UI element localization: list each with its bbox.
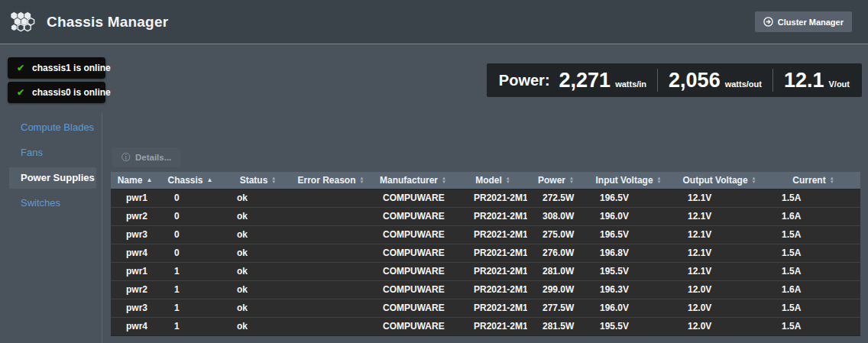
table-row[interactable]: pwr20okCOMPUWAREPR2021-2M11308.0W196.0V1… xyxy=(111,207,860,225)
table-row[interactable]: pwr41okCOMPUWAREPR2021-2M11281.5W195.5V1… xyxy=(111,317,860,335)
table-cell: COMPUWARE xyxy=(368,262,458,280)
table-body: pwr10okCOMPUWAREPR2021-2M11272.5W196.5V1… xyxy=(111,189,860,335)
table-cell: 1.6A xyxy=(766,280,860,299)
table-row[interactable]: pwr30okCOMPUWAREPR2021-2M11275.0W196.5V1… xyxy=(111,225,860,244)
table-cell: 195.5V xyxy=(585,262,672,280)
sort-icon: ▲▼ xyxy=(830,176,834,183)
chassis-manager-app: Chassis Manager Cluster Manager ✔ chassi… xyxy=(0,0,868,343)
cluster-manager-button[interactable]: Cluster Manager xyxy=(755,11,852,32)
table-cell: 281.5W xyxy=(527,317,585,335)
column-label: Current xyxy=(792,175,825,186)
table-cell: 0 xyxy=(159,207,222,225)
column-label: Name xyxy=(118,175,143,186)
sidebar-item-label: Compute Blades xyxy=(21,121,94,133)
column-header[interactable]: Name ▲ xyxy=(111,172,159,189)
main-panel: ⓘ Details... Name ▲ Chassis ▲ Status ▲▼ xyxy=(102,44,868,343)
table-row[interactable]: pwr31okCOMPUWAREPR2021-2M11277.5W196.0V1… xyxy=(111,299,860,317)
column-label: Power xyxy=(538,175,565,186)
column-header[interactable]: Output Voltage ▲▼ xyxy=(672,172,766,189)
table-cell: pwr1 xyxy=(111,262,159,280)
table-cell: COMPUWARE xyxy=(368,244,458,262)
column-header[interactable]: Power ▲▼ xyxy=(527,172,585,189)
table-cell xyxy=(294,262,368,280)
table-cell: 1.5A xyxy=(766,262,860,280)
sidebar-item-fans[interactable]: Fans xyxy=(9,142,96,163)
table-cell: 1 xyxy=(159,280,222,299)
table-cell: pwr4 xyxy=(111,244,159,262)
column-header[interactable]: Model ▲▼ xyxy=(458,172,527,189)
table-cell: ok xyxy=(222,189,294,207)
column-label: Model xyxy=(475,175,502,186)
table-cell: 277.5W xyxy=(527,299,585,317)
toast-message: chassis0 is online xyxy=(32,87,111,98)
table-cell: 12.1V xyxy=(672,225,766,244)
table-cell: pwr3 xyxy=(111,225,159,244)
sidebar-item-label: Switches xyxy=(21,197,60,209)
sidebar-item-switches[interactable]: Switches xyxy=(9,193,96,214)
table-cell: 0 xyxy=(159,189,222,207)
sidebar-item-power-supplies[interactable]: Power Supplies xyxy=(9,167,96,189)
sort-icon: ▲▼ xyxy=(360,176,364,183)
table-cell: 272.5W xyxy=(527,189,585,207)
table-cell: 12.1V xyxy=(672,262,766,280)
table-cell xyxy=(294,317,368,335)
column-header[interactable]: Input Voltage ▲▼ xyxy=(585,172,672,189)
sort-icon: ▲ xyxy=(207,176,213,183)
table-cell: 0 xyxy=(159,225,222,244)
sort-icon: ▲▼ xyxy=(752,176,756,183)
arrow-circle-right-icon xyxy=(763,17,773,27)
table-cell: 1 xyxy=(159,262,222,280)
table-cell: PR2021-2M11 xyxy=(458,189,527,207)
table-cell: 275.0W xyxy=(527,225,585,244)
page-title: Chassis Manager xyxy=(47,14,168,31)
sort-icon: ▲▼ xyxy=(569,176,574,183)
column-label: Status xyxy=(240,175,268,186)
details-button[interactable]: ⓘ Details... xyxy=(112,147,180,167)
table-cell: PR2021-2M11 xyxy=(458,207,527,225)
table-cell: 276.0W xyxy=(527,244,585,262)
table-cell: 0 xyxy=(159,244,222,262)
table-cell xyxy=(294,280,368,299)
table-row[interactable]: pwr10okCOMPUWAREPR2021-2M11272.5W196.5V1… xyxy=(111,189,860,207)
table-cell: ok xyxy=(222,207,294,225)
table-cell: 196.5V xyxy=(585,225,672,244)
sort-icon: ▲▼ xyxy=(506,176,510,183)
sidebar-item-compute-blades[interactable]: Compute Blades xyxy=(9,117,96,138)
column-header[interactable]: Manufacturer ▲▼ xyxy=(368,172,458,189)
column-header[interactable]: Current ▲▼ xyxy=(766,172,860,189)
column-header[interactable]: Chassis ▲ xyxy=(159,172,222,189)
table-cell: 281.0W xyxy=(527,262,585,280)
column-header[interactable]: Error Reason ▲▼ xyxy=(294,172,368,189)
table-cell: 1 xyxy=(159,299,222,317)
table-cell: 195.5V xyxy=(585,317,672,335)
table-cell: pwr2 xyxy=(111,207,159,225)
table-cell: 1.5A xyxy=(766,189,860,207)
table-cell xyxy=(294,225,368,244)
table-cell: COMPUWARE xyxy=(368,317,458,335)
cluster-manager-label: Cluster Manager xyxy=(778,18,844,27)
column-label: Error Reason xyxy=(298,175,356,186)
table-row[interactable]: pwr40okCOMPUWAREPR2021-2M11276.0W196.8V1… xyxy=(111,244,860,262)
table-row[interactable]: pwr11okCOMPUWAREPR2021-2M11281.0W195.5V1… xyxy=(111,262,860,280)
table-cell: 308.0W xyxy=(527,207,585,225)
table-cell: 1.6A xyxy=(766,207,860,225)
power-supplies-table: Name ▲ Chassis ▲ Status ▲▼ Error Reason … xyxy=(111,172,860,336)
table-cell: 196.0V xyxy=(585,207,672,225)
column-header[interactable]: Status ▲▼ xyxy=(222,172,294,189)
topbar: Chassis Manager Cluster Manager xyxy=(0,0,868,44)
details-button-label: Details... xyxy=(135,153,171,162)
table-cell: COMPUWARE xyxy=(368,225,458,244)
table-cell: 1.5A xyxy=(766,299,860,317)
sort-icon: ▲▼ xyxy=(442,176,446,183)
table-cell: pwr2 xyxy=(111,280,159,299)
toast-notification: ✔ chassis0 is online xyxy=(8,82,105,103)
table-cell xyxy=(294,189,368,207)
table-cell: 12.1V xyxy=(672,189,766,207)
table-cell: COMPUWARE xyxy=(368,207,458,225)
column-label: Chassis xyxy=(168,175,203,186)
table-cell: 1 xyxy=(159,317,222,335)
sort-icon: ▲▼ xyxy=(271,176,276,183)
toast-notification: ✔ chassis1 is online xyxy=(8,57,105,79)
table-cell: 12.0V xyxy=(672,317,766,335)
table-row[interactable]: pwr21okCOMPUWAREPR2021-2M11299.0W196.3V1… xyxy=(111,280,860,299)
